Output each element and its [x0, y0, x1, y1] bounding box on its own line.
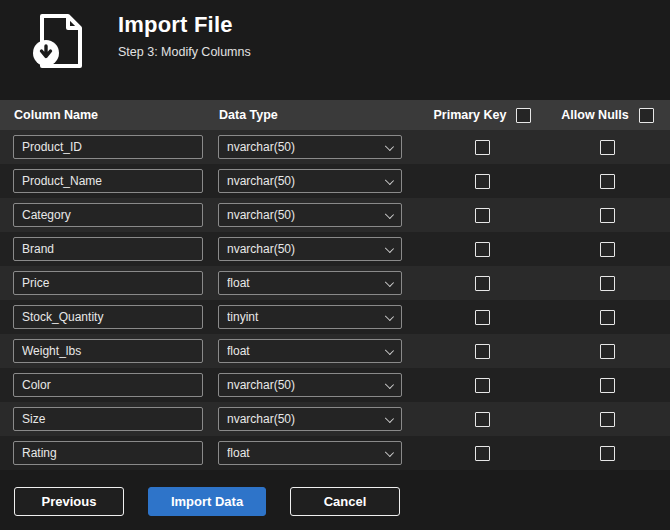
column-name-input[interactable]	[13, 135, 203, 159]
data-type-select[interactable]: nvarchar(50)	[218, 169, 402, 193]
column-name-cell	[0, 135, 205, 159]
allow-nulls-cell	[545, 310, 670, 325]
primary-key-checkbox[interactable]	[475, 140, 490, 155]
column-name-cell	[0, 237, 205, 261]
previous-button[interactable]: Previous	[14, 487, 124, 516]
data-type-select[interactable]: nvarchar(50)	[218, 237, 402, 261]
primary-key-checkbox[interactable]	[475, 446, 490, 461]
primary-key-checkbox[interactable]	[475, 310, 490, 325]
data-type-select-wrap: nvarchar(50)	[218, 169, 402, 193]
primary-key-header: Primary Key	[420, 108, 545, 123]
column-name-input[interactable]	[13, 339, 203, 363]
allow-nulls-header: Allow Nulls	[545, 108, 670, 123]
data-type-select[interactable]: nvarchar(50)	[218, 135, 402, 159]
column-name-cell	[0, 169, 205, 193]
column-name-input[interactable]	[13, 203, 203, 227]
data-type-select[interactable]: float	[218, 271, 402, 295]
primary-key-checkbox[interactable]	[475, 276, 490, 291]
allow-nulls-checkbox[interactable]	[600, 310, 615, 325]
primary-key-checkbox[interactable]	[475, 242, 490, 257]
data-type-cell: nvarchar(50)	[205, 407, 420, 431]
allow-nulls-cell	[545, 276, 670, 291]
allow-nulls-cell	[545, 344, 670, 359]
primary-key-select-all-checkbox[interactable]	[516, 108, 531, 123]
column-name-input[interactable]	[13, 169, 203, 193]
table-row: nvarchar(50)	[0, 368, 670, 402]
allow-nulls-cell	[545, 140, 670, 155]
primary-key-cell	[420, 412, 545, 427]
primary-key-cell	[420, 276, 545, 291]
primary-key-cell	[420, 344, 545, 359]
table-body: nvarchar(50) nvarchar(50)	[0, 130, 670, 470]
data-type-cell: float	[205, 271, 420, 295]
data-type-cell: nvarchar(50)	[205, 203, 420, 227]
data-type-select[interactable]: float	[218, 441, 402, 465]
primary-key-cell	[420, 140, 545, 155]
column-name-cell	[0, 441, 205, 465]
allow-nulls-cell	[545, 208, 670, 223]
table-row: nvarchar(50)	[0, 402, 670, 436]
cancel-button[interactable]: Cancel	[290, 487, 400, 516]
allow-nulls-checkbox[interactable]	[600, 412, 615, 427]
column-name-header: Column Name	[0, 108, 205, 122]
table-row: tinyint	[0, 300, 670, 334]
allow-nulls-checkbox[interactable]	[600, 344, 615, 359]
import-data-button[interactable]: Import Data	[148, 487, 266, 516]
dialog-header: Import File Step 3: Modify Columns	[0, 0, 670, 100]
data-type-cell: float	[205, 441, 420, 465]
data-type-select[interactable]: nvarchar(50)	[218, 407, 402, 431]
data-type-select[interactable]: tinyint	[218, 305, 402, 329]
primary-key-checkbox[interactable]	[475, 208, 490, 223]
table-header-row: Column Name Data Type Primary Key Allow …	[0, 100, 670, 130]
allow-nulls-cell	[545, 242, 670, 257]
data-type-cell: tinyint	[205, 305, 420, 329]
table-row: nvarchar(50)	[0, 198, 670, 232]
allow-nulls-checkbox[interactable]	[600, 378, 615, 393]
column-name-input[interactable]	[13, 407, 203, 431]
table-row: nvarchar(50)	[0, 232, 670, 266]
page-title: Import File	[118, 12, 251, 38]
primary-key-cell	[420, 310, 545, 325]
column-name-cell	[0, 203, 205, 227]
primary-key-cell	[420, 208, 545, 223]
data-type-select[interactable]: float	[218, 339, 402, 363]
data-type-select-wrap: nvarchar(50)	[218, 135, 402, 159]
column-name-input[interactable]	[13, 305, 203, 329]
allow-nulls-checkbox[interactable]	[600, 208, 615, 223]
allow-nulls-cell	[545, 412, 670, 427]
allow-nulls-checkbox[interactable]	[600, 174, 615, 189]
allow-nulls-checkbox[interactable]	[600, 446, 615, 461]
allow-nulls-select-all-checkbox[interactable]	[639, 108, 654, 123]
import-file-icon	[28, 10, 94, 72]
column-name-cell	[0, 407, 205, 431]
data-type-select[interactable]: nvarchar(50)	[218, 203, 402, 227]
table-row: float	[0, 436, 670, 470]
allow-nulls-cell	[545, 446, 670, 461]
allow-nulls-header-label: Allow Nulls	[561, 108, 628, 122]
data-type-select-wrap: float	[218, 339, 402, 363]
data-type-select-wrap: nvarchar(50)	[218, 407, 402, 431]
primary-key-checkbox[interactable]	[475, 174, 490, 189]
data-type-cell: nvarchar(50)	[205, 135, 420, 159]
column-name-input[interactable]	[13, 441, 203, 465]
footer-buttons: Previous Import Data Cancel	[0, 470, 670, 516]
allow-nulls-checkbox[interactable]	[600, 242, 615, 257]
data-type-select[interactable]: nvarchar(50)	[218, 373, 402, 397]
column-name-input[interactable]	[13, 271, 203, 295]
allow-nulls-checkbox[interactable]	[600, 276, 615, 291]
primary-key-checkbox[interactable]	[475, 378, 490, 393]
column-name-input[interactable]	[13, 237, 203, 261]
primary-key-cell	[420, 378, 545, 393]
data-type-select-wrap: nvarchar(50)	[218, 237, 402, 261]
primary-key-cell	[420, 174, 545, 189]
primary-key-checkbox[interactable]	[475, 344, 490, 359]
primary-key-checkbox[interactable]	[475, 412, 490, 427]
column-name-input[interactable]	[13, 373, 203, 397]
primary-key-cell	[420, 446, 545, 461]
column-name-cell	[0, 305, 205, 329]
title-block: Import File Step 3: Modify Columns	[118, 10, 251, 59]
data-type-cell: nvarchar(50)	[205, 169, 420, 193]
allow-nulls-checkbox[interactable]	[600, 140, 615, 155]
primary-key-cell	[420, 242, 545, 257]
column-name-cell	[0, 339, 205, 363]
